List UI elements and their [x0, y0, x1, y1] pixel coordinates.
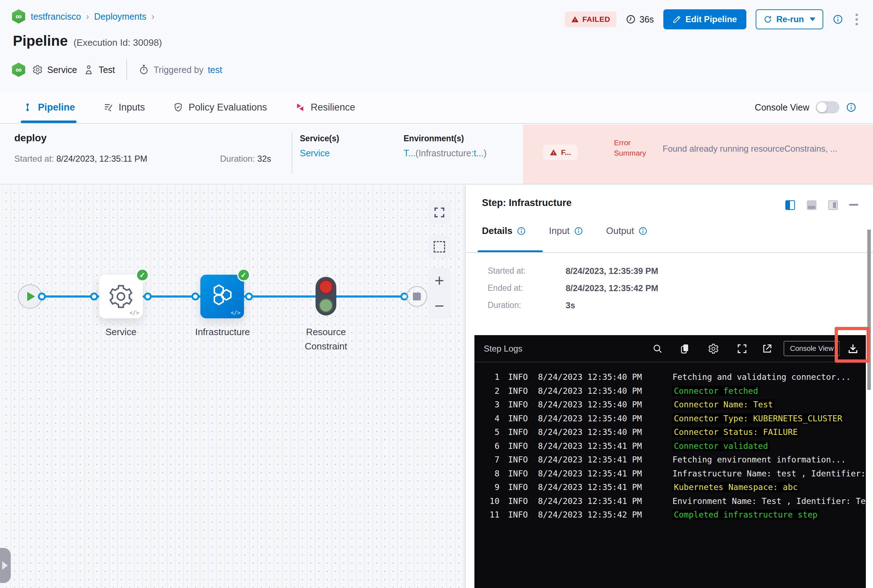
info-icon — [517, 226, 526, 236]
pipeline-canvas[interactable]: Service Infrastructure Resource Constrai… — [0, 185, 466, 588]
node-service[interactable] — [99, 274, 143, 318]
canvas-zoom-controls — [428, 267, 451, 318]
canvas-marquee-select-button[interactable] — [428, 236, 451, 258]
failed-chip-label: F... — [561, 148, 571, 157]
tab-pipeline[interactable]: Pipeline — [22, 92, 75, 123]
service-meta-label: Service — [47, 65, 77, 75]
node-label-infrastructure: Infrastructure — [189, 325, 256, 339]
log-line: 6INFO8/24/2023 12:35:41 PMConnector vali… — [475, 439, 866, 453]
breadcrumb-deployments-link[interactable]: Deployments — [94, 12, 146, 22]
shield-check-icon — [173, 102, 183, 112]
rerun-button[interactable]: Re-run — [756, 9, 823, 29]
layout-split-left-icon[interactable] — [785, 200, 795, 210]
log-line: 5INFO8/24/2023 12:35:40 PMConnector Stat… — [475, 425, 866, 439]
execution-summary: deploy Started at: 8/24/2023, 12:35:11 P… — [0, 124, 873, 184]
step-details-panel: Step: Infrastructure Details Input Outpu… — [466, 185, 873, 588]
copy-icon[interactable] — [679, 343, 691, 354]
step-logs-title: Step Logs — [484, 344, 522, 354]
edit-pipeline-button[interactable]: Edit Pipeline — [663, 9, 746, 29]
rerun-label: Re-run — [777, 14, 804, 24]
header-actions: FAILED 36s Edit Pipeline Re-run — [565, 9, 861, 29]
console-view-toggle[interactable] — [816, 101, 839, 113]
tab-details[interactable]: Details — [482, 225, 526, 236]
node-label-service: Service — [92, 325, 150, 339]
environments-value: T...(Infrastructure:t...) — [404, 148, 487, 159]
node-port — [191, 292, 199, 300]
play-icon — [27, 292, 35, 301]
tab-resilience-label: Resilience — [311, 102, 355, 113]
console-view-button[interactable]: Console View — [784, 341, 840, 356]
inputs-icon — [103, 102, 114, 112]
meta-row: Service Test Triggered by test — [12, 59, 222, 80]
started-at: Started at: 8/24/2023, 12:35:11 PM — [14, 154, 147, 164]
traffic-red-light — [319, 280, 333, 294]
node-port — [245, 292, 253, 300]
triggered-by-value[interactable]: test — [208, 65, 222, 75]
node-port — [144, 292, 152, 300]
node-port — [38, 292, 46, 300]
title-row: Pipeline (Execution Id: 30098) — [13, 33, 162, 49]
node-label-resource-constraint: Resource Constraint — [293, 325, 359, 353]
zoom-in-button[interactable] — [428, 267, 451, 293]
tab-output[interactable]: Output — [606, 225, 648, 236]
stage-name: deploy — [14, 132, 47, 144]
info-icon[interactable] — [846, 102, 856, 112]
tab-resilience[interactable]: Resilience — [295, 92, 355, 123]
info-icon[interactable] — [832, 14, 843, 25]
error-summary-text: Found already running resourceConstrains… — [663, 144, 873, 154]
warning-triangle-icon — [550, 148, 557, 156]
divider — [292, 132, 292, 174]
log-line: 1INFO8/24/2023 12:35:40 PMFetching and v… — [475, 370, 866, 384]
app-root: testfrancisco › Deployments › Pipeline (… — [0, 0, 873, 588]
elapsed-time-value: 36s — [639, 14, 654, 25]
console-view-control: Console View — [755, 101, 873, 113]
log-line: 10INFO8/24/2023 12:35:41 PMEnvironment N… — [475, 494, 866, 508]
divider — [126, 59, 127, 80]
open-in-new-window-icon[interactable] — [761, 343, 773, 354]
log-line: 3INFO8/24/2023 12:35:40 PMConnector Name… — [475, 398, 866, 412]
tab-input[interactable]: Input — [549, 225, 583, 236]
test-meta[interactable]: Test — [83, 64, 115, 75]
node-infrastructure[interactable] — [200, 274, 244, 318]
header: testfrancisco › Deployments › Pipeline (… — [0, 0, 873, 92]
success-check-icon — [136, 268, 149, 282]
service-link[interactable]: Service — [300, 148, 329, 158]
layout-right-pane-icon[interactable] — [828, 200, 838, 210]
zoom-out-button[interactable] — [428, 293, 451, 318]
breadcrumb-project-link[interactable]: testfrancisco — [31, 12, 81, 22]
tab-bar: Pipeline Inputs Policy Evaluations Resil… — [0, 92, 873, 124]
marquee-select-icon — [434, 241, 445, 252]
minimize-panel-button[interactable] — [849, 204, 858, 206]
tab-policy-evaluations[interactable]: Policy Evaluations — [173, 92, 267, 123]
fullscreen-icon[interactable] — [736, 343, 748, 354]
download-logs-button[interactable] — [840, 335, 866, 362]
code-tag-icon — [129, 310, 139, 316]
log-line: 4INFO8/24/2023 12:35:40 PMConnector Type… — [475, 412, 866, 426]
end-node[interactable] — [406, 286, 427, 307]
chevron-right-icon: › — [151, 11, 155, 22]
left-flyout-handle[interactable] — [0, 548, 11, 583]
tab-details-label: Details — [482, 225, 512, 236]
detail-duration: Duration:3s — [488, 300, 521, 310]
harness-logo-icon — [12, 9, 26, 24]
canvas-fullscreen-button[interactable] — [428, 201, 451, 224]
search-icon[interactable] — [652, 343, 663, 354]
environment-link[interactable]: T... — [404, 148, 415, 158]
tab-input-label: Input — [549, 225, 569, 236]
more-options-menu[interactable] — [853, 12, 861, 27]
tab-inputs[interactable]: Inputs — [103, 92, 145, 123]
log-line: 7INFO8/24/2023 12:35:41 PMFetching envir… — [475, 453, 866, 467]
gear-icon[interactable] — [708, 343, 719, 354]
detail-started-at: Started at:8/24/2023, 12:35:39 PM — [488, 266, 526, 276]
tab-inputs-label: Inputs — [119, 102, 145, 113]
service-meta[interactable]: Service — [32, 64, 77, 75]
panel-scrollbar[interactable] — [867, 230, 871, 390]
traffic-green-light — [319, 298, 333, 313]
status-badge-label: FAILED — [583, 15, 610, 24]
infrastructure-link[interactable]: t... — [474, 148, 484, 158]
layout-bottom-pane-icon[interactable] — [807, 200, 816, 210]
fullscreen-icon — [433, 206, 446, 219]
services-label: Service(s) — [300, 134, 339, 143]
node-resource-constraint[interactable] — [316, 277, 336, 315]
step-title: Step: Infrastructure — [482, 197, 572, 208]
